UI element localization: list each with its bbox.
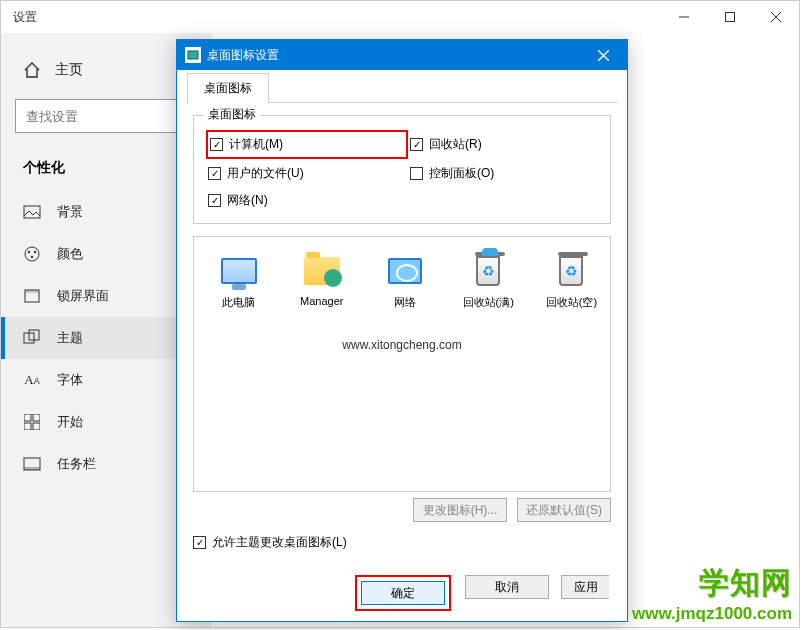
cancel-button[interactable]: 取消 xyxy=(465,575,549,599)
icon-item-network[interactable]: 网络 xyxy=(374,251,435,310)
svg-point-6 xyxy=(28,251,30,253)
folder-user-icon xyxy=(302,251,342,291)
network-icon xyxy=(385,251,425,291)
dialog-titlebar[interactable]: 桌面图标设置 xyxy=(177,40,627,70)
svg-rect-19 xyxy=(188,51,198,59)
recycle-empty-icon: ♻ xyxy=(551,251,591,291)
sidebar-item-label: 颜色 xyxy=(57,245,83,263)
svg-point-7 xyxy=(34,251,36,253)
lock-icon xyxy=(23,287,41,305)
monitor-icon xyxy=(219,251,259,291)
dialog-body: 桌面图标 计算机(M) 回收站(R) 用户的文件(U) 控制面板(O) xyxy=(187,102,617,565)
search-input[interactable] xyxy=(15,99,196,133)
checkbox-network[interactable]: 网络(N) xyxy=(208,192,394,209)
dialog-title: 桌面图标设置 xyxy=(207,47,279,64)
branding-name: 学知网 xyxy=(632,563,792,604)
font-icon: AA xyxy=(23,371,41,389)
minimize-icon xyxy=(679,12,689,22)
dialog-footer: 确定 取消 应用 xyxy=(187,565,617,621)
checkbox-label: 允许主题更改桌面图标(L) xyxy=(212,534,347,551)
svg-rect-15 xyxy=(24,423,31,430)
svg-rect-10 xyxy=(25,290,39,293)
svg-rect-18 xyxy=(24,467,40,470)
icon-buttons-row: 更改图标(H)... 还原默认值(S) xyxy=(193,492,611,528)
svg-rect-16 xyxy=(33,423,40,430)
svg-rect-1 xyxy=(726,13,735,22)
allow-themes-checkbox[interactable]: 允许主题更改桌面图标(L) xyxy=(193,528,611,561)
start-icon xyxy=(23,413,41,431)
palette-icon xyxy=(23,245,41,263)
sidebar-item-label: 背景 xyxy=(57,203,83,221)
icon-label: 网络 xyxy=(394,295,416,310)
close-icon xyxy=(598,50,609,61)
icon-item-recycle-full[interactable]: ♻ 回收站(满) xyxy=(458,251,519,310)
checkbox-icon xyxy=(193,536,206,549)
sidebar-home-label: 主页 xyxy=(55,61,83,79)
image-icon xyxy=(23,203,41,221)
close-icon xyxy=(771,12,781,22)
close-button[interactable] xyxy=(753,1,799,33)
ok-button[interactable]: 确定 xyxy=(361,581,445,605)
checkbox-user-files[interactable]: 用户的文件(U) xyxy=(208,165,394,182)
desktop-icons-group: 桌面图标 计算机(M) 回收站(R) 用户的文件(U) 控制面板(O) xyxy=(193,115,611,224)
checkbox-icon xyxy=(410,138,423,151)
icon-item-recycle-empty[interactable]: ♻ 回收站(空) xyxy=(541,251,602,310)
sidebar-item-label: 主题 xyxy=(57,329,83,347)
restore-defaults-button[interactable]: 还原默认值(S) xyxy=(517,498,611,522)
checkbox-icon xyxy=(410,167,423,180)
checkbox-label: 控制面板(O) xyxy=(429,165,494,182)
sidebar-item-label: 字体 xyxy=(57,371,83,389)
icon-grid: 此电脑 Manager 网络 ♻ 回收站(满) ♻ 回收站(空) xyxy=(202,251,602,310)
branding-url: www.jmqz1000.com xyxy=(632,604,792,624)
ok-button-highlight: 确定 xyxy=(355,575,451,611)
icon-label: 回收站(空) xyxy=(546,295,597,310)
icon-label: 此电脑 xyxy=(222,295,255,310)
dialog-tabs: 桌面图标 xyxy=(177,70,627,102)
checkbox-label: 计算机(M) xyxy=(229,136,283,153)
recycle-full-icon: ♻ xyxy=(468,251,508,291)
checkbox-label: 用户的文件(U) xyxy=(227,165,304,182)
checkbox-label: 回收站(R) xyxy=(429,136,482,153)
branding-watermark: 学知网 www.jmqz1000.com xyxy=(620,557,802,630)
maximize-icon xyxy=(725,12,735,22)
settings-title: 设置 xyxy=(1,9,37,26)
apply-button[interactable]: 应用 xyxy=(561,575,609,599)
checkbox-icon xyxy=(208,194,221,207)
svg-rect-14 xyxy=(33,414,40,421)
settings-titlebar: 设置 xyxy=(1,1,799,33)
minimize-button[interactable] xyxy=(661,1,707,33)
icons-preview-panel: 此电脑 Manager 网络 ♻ 回收站(满) ♻ 回收站(空) xyxy=(193,236,611,492)
maximize-button[interactable] xyxy=(707,1,753,33)
svg-point-8 xyxy=(31,256,33,258)
checkbox-computer[interactable]: 计算机(M) xyxy=(206,130,408,159)
content-watermark: www.xitongcheng.com xyxy=(202,338,602,352)
dialog-title-icon xyxy=(185,47,201,63)
change-icon-button[interactable]: 更改图标(H)... xyxy=(413,498,507,522)
icon-label: Manager xyxy=(300,295,343,307)
checkbox-icon xyxy=(208,167,221,180)
svg-point-5 xyxy=(25,247,39,261)
checkbox-grid: 计算机(M) 回收站(R) 用户的文件(U) 控制面板(O) 网络(N) xyxy=(208,134,596,209)
sidebar-item-label: 锁屏界面 xyxy=(57,287,109,305)
sidebar-item-label: 开始 xyxy=(57,413,83,431)
window-controls xyxy=(661,1,799,33)
sidebar-item-label: 任务栏 xyxy=(57,455,96,473)
checkbox-label: 网络(N) xyxy=(227,192,268,209)
desktop-icon-dialog: 桌面图标设置 桌面图标 桌面图标 计算机(M) 回收站(R) 用户的文件(U) xyxy=(176,39,628,622)
themes-icon xyxy=(23,329,41,347)
checkbox-icon xyxy=(210,138,223,151)
home-icon xyxy=(23,61,41,79)
svg-rect-4 xyxy=(24,206,40,218)
svg-rect-13 xyxy=(24,414,31,421)
checkbox-recycle-bin[interactable]: 回收站(R) xyxy=(410,134,596,155)
tab-desktop-icons[interactable]: 桌面图标 xyxy=(187,73,269,103)
taskbar-icon xyxy=(23,455,41,473)
checkbox-control-panel[interactable]: 控制面板(O) xyxy=(410,165,596,182)
icon-item-this-pc[interactable]: 此电脑 xyxy=(208,251,269,310)
icon-item-manager[interactable]: Manager xyxy=(291,251,352,310)
icon-label: 回收站(满) xyxy=(463,295,514,310)
dialog-close-button[interactable] xyxy=(585,40,621,70)
group-title: 桌面图标 xyxy=(204,106,260,123)
